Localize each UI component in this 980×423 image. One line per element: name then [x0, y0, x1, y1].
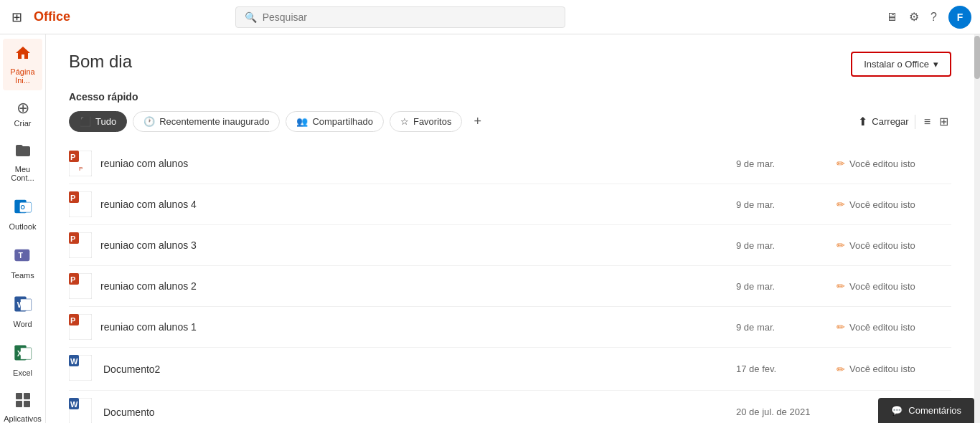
star-icon: ☆	[400, 116, 409, 127]
file-date: 9 de mar.	[736, 199, 837, 210]
outlook-icon: O	[13, 196, 33, 221]
sidebar-item-apps[interactable]: Aplicativos	[3, 386, 42, 423]
sidebar-item-home-label: Página Ini...	[6, 67, 39, 85]
filter-add-button[interactable]: +	[468, 111, 487, 132]
filter-recent-button[interactable]: 🕐 Recentemente inaugurado	[133, 111, 280, 132]
sidebar-item-teams[interactable]: T Teams	[3, 239, 42, 285]
file-name: reuniao com alunos 3	[100, 239, 736, 251]
table-row[interactable]: P P reuniao com alunos 9 de mar. ✏ Você …	[69, 143, 951, 184]
svg-rect-13	[16, 401, 22, 407]
scrollbar-thumb[interactable]	[974, 36, 980, 79]
edited-label: Você editou isto	[849, 363, 915, 374]
upload-button[interactable]: ⬆ Carregar	[858, 115, 908, 128]
svg-text:P: P	[70, 194, 75, 202]
edit-icon: ✏	[837, 363, 845, 375]
search-input[interactable]	[263, 11, 556, 23]
content-header: Bom dia Instalar o Office ▾	[69, 52, 951, 77]
help-icon[interactable]: ?	[930, 11, 937, 24]
edited-label: Você editou isto	[849, 199, 915, 210]
file-name: reuniao com alunos 1	[100, 321, 736, 333]
svg-rect-11	[16, 393, 22, 399]
grid-view-button[interactable]: ⊞	[936, 113, 951, 130]
content-area: Bom dia Instalar o Office ▾ Acesso rápid…	[46, 34, 974, 423]
view-divider	[915, 115, 915, 129]
ppt-file-icon: P	[69, 273, 92, 299]
ppt-file-icon: P	[69, 232, 92, 258]
svg-rect-12	[24, 393, 30, 399]
edit-icon: ✏	[837, 321, 845, 333]
word-file-icon: W	[69, 355, 95, 383]
table-row[interactable]: P reuniao com alunos 3 9 de mar. ✏ Você …	[69, 225, 951, 266]
filter-favorites-label: Favoritos	[413, 116, 451, 127]
list-view-button[interactable]: ≡	[921, 113, 933, 130]
file-edited: ✏ Você editou isto	[837, 239, 951, 251]
file-edited: ✏ Você editou isto	[837, 199, 951, 210]
clock-icon: 🕐	[143, 116, 155, 127]
filter-bar: ⬛ Tudo 🕐 Recentemente inaugurado 👥 Compa…	[69, 111, 951, 132]
create-icon: ⊕	[17, 99, 29, 118]
svg-rect-14	[24, 401, 30, 407]
ppt-file-icon: P	[69, 314, 92, 340]
scrollbar[interactable]	[974, 34, 980, 423]
sidebar-item-myfiles[interactable]: Meu Cont...	[3, 136, 42, 188]
file-date: 17 de fev.	[736, 363, 837, 374]
file-date: 9 de mar.	[736, 240, 837, 251]
filter-favorites-button[interactable]: ☆ Favoritos	[390, 111, 462, 132]
avatar[interactable]: F	[948, 6, 971, 29]
comments-button[interactable]: 💬 Comentários	[878, 398, 974, 423]
view-icons: ≡ ⊞	[921, 113, 951, 130]
filter-all-button[interactable]: ⬛ Tudo	[69, 111, 127, 132]
svg-text:P: P	[70, 234, 75, 243]
file-list: P P reuniao com alunos 9 de mar. ✏ Você …	[69, 143, 951, 423]
sidebar-item-outlook[interactable]: O Outlook	[3, 191, 42, 237]
topbar-right: 🖥 ⚙ ? F	[886, 6, 971, 29]
svg-text:O: O	[20, 204, 24, 211]
svg-text:P: P	[70, 275, 75, 284]
table-row[interactable]: W Documento2 17 de fev. ✏ Você editou is…	[69, 348, 951, 391]
svg-text:X: X	[17, 348, 22, 358]
svg-text:W: W	[70, 400, 78, 409]
ppt-file-icon: P	[69, 191, 92, 217]
filter-shared-label: Compartilhado	[312, 116, 373, 127]
home-icon	[14, 44, 32, 66]
table-row[interactable]: P reuniao com alunos 4 9 de mar. ✏ Você …	[69, 184, 951, 225]
word-file-icon: W	[69, 398, 95, 423]
install-office-button[interactable]: Instalar o Office ▾	[851, 52, 951, 77]
sidebar-item-teams-label: Teams	[11, 271, 34, 280]
table-row[interactable]: P reuniao com alunos 2 9 de mar. ✏ Você …	[69, 266, 951, 307]
file-name: reuniao com alunos 2	[100, 280, 736, 292]
table-row[interactable]: W Documento 20 de jul. de 2021	[69, 391, 951, 423]
edit-icon: ✏	[837, 158, 845, 169]
sidebar: Página Ini... ⊕ Criar Meu Cont... O	[0, 34, 46, 423]
sidebar-item-word[interactable]: W Word	[3, 288, 42, 334]
settings-icon[interactable]: ⚙	[909, 10, 919, 24]
file-edited: ✏ Você editou isto	[837, 363, 951, 375]
svg-text:T: T	[18, 251, 23, 260]
svg-text:P: P	[70, 316, 75, 325]
main-layout: Página Ini... ⊕ Criar Meu Cont... O	[0, 34, 980, 423]
file-name: reuniao com alunos	[100, 158, 736, 169]
greeting: Bom dia	[69, 52, 132, 72]
grid-icon[interactable]: ⊞	[9, 6, 25, 28]
edit-icon: ✏	[837, 280, 845, 292]
filter-shared-button[interactable]: 👥 Compartilhado	[286, 111, 384, 132]
search-bar[interactable]: 🔍	[235, 6, 565, 28]
file-name: Documento2	[103, 363, 736, 375]
file-edited: ✏ Você editou isto	[837, 158, 951, 169]
svg-text:W: W	[17, 300, 24, 309]
comment-icon: 💬	[891, 405, 903, 416]
word-icon: W	[13, 294, 33, 318]
sidebar-item-outlook-label: Outlook	[9, 222, 37, 231]
sidebar-item-create[interactable]: ⊕ Criar	[3, 93, 42, 133]
edited-label: Você editou isto	[849, 158, 915, 169]
sidebar-item-excel[interactable]: X Excel	[3, 337, 42, 383]
excel-icon: X	[13, 343, 33, 367]
feedback-icon[interactable]: 🖥	[886, 11, 897, 24]
table-row[interactable]: P reuniao com alunos 1 9 de mar. ✏ Você …	[69, 307, 951, 348]
teams-icon: T	[13, 245, 33, 270]
sidebar-item-home[interactable]: Página Ini...	[3, 39, 42, 90]
file-edited: ✏ Você editou isto	[837, 321, 951, 333]
file-edited: ✏ Você editou isto	[837, 280, 951, 292]
filter-all-label: Tudo	[95, 116, 116, 127]
edited-label: Você editou isto	[849, 240, 915, 251]
